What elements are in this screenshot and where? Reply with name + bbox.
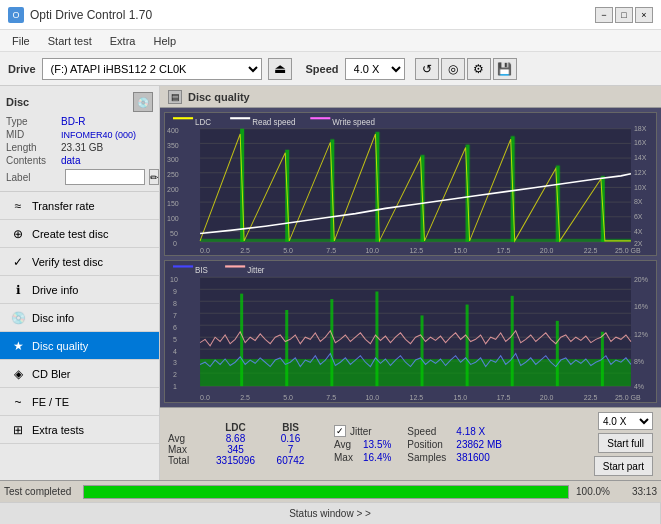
disc-quality-icon: ★	[10, 338, 26, 354]
disc-type-value: BD-R	[61, 116, 85, 127]
fe-te-icon: ~	[10, 394, 26, 410]
svg-text:25.0 GB: 25.0 GB	[615, 393, 641, 402]
menu-help[interactable]: Help	[145, 33, 184, 49]
nav-disc-quality[interactable]: ★ Disc quality	[0, 332, 159, 360]
settings-button[interactable]: ⚙	[467, 58, 491, 80]
jitter-avg-label: Avg	[334, 439, 359, 450]
menu-file[interactable]: File	[4, 33, 38, 49]
svg-text:8: 8	[173, 298, 177, 307]
stats-max-label: Max	[168, 444, 208, 455]
jitter-max-value: 16.4%	[363, 452, 391, 463]
svg-text:50: 50	[170, 229, 178, 237]
stats-avg-bis: 0.16	[263, 433, 318, 444]
disc-quality-title: Disc quality	[188, 91, 250, 103]
speed-row: Speed 4.18 X	[407, 426, 502, 437]
menu-extra[interactable]: Extra	[102, 33, 144, 49]
svg-text:300: 300	[167, 156, 179, 164]
nav-transfer-rate[interactable]: ≈ Transfer rate	[0, 192, 159, 220]
nav-extra-tests-label: Extra tests	[32, 424, 84, 436]
maximize-button[interactable]: □	[615, 7, 633, 23]
status-window-button[interactable]: Status window > >	[0, 503, 661, 524]
nav-drive-info[interactable]: ℹ Drive info	[0, 276, 159, 304]
disc-type-row: Type BD-R	[6, 116, 153, 127]
stats-empty-header	[168, 422, 208, 433]
progress-bar	[83, 485, 569, 499]
svg-text:17.5: 17.5	[497, 247, 511, 254]
svg-text:12.5: 12.5	[409, 247, 423, 254]
disc-type-label: Type	[6, 116, 61, 127]
disc-icon-btn[interactable]: 💿	[133, 92, 153, 112]
stats-total-bis: 60742	[263, 455, 318, 466]
samples-row: Samples 381600	[407, 452, 502, 463]
svg-rect-1	[173, 117, 193, 119]
svg-text:15.0: 15.0	[454, 247, 468, 254]
disc-quality-header: ▤ Disc quality	[160, 86, 661, 108]
svg-text:6: 6	[173, 322, 177, 331]
close-button[interactable]: ×	[635, 7, 653, 23]
svg-rect-35	[200, 239, 631, 242]
svg-text:2: 2	[173, 370, 177, 379]
minimize-button[interactable]: −	[595, 7, 613, 23]
charts-container: LDC Read speed Write speed	[160, 108, 661, 407]
speed-info-value: 4.18 X	[456, 426, 485, 437]
svg-rect-94	[511, 295, 514, 385]
svg-text:16X: 16X	[634, 139, 647, 147]
jitter-checkbox[interactable]: ✓	[334, 425, 346, 437]
menu-start-test[interactable]: Start test	[40, 33, 100, 49]
disc-section: Disc 💿 Type BD-R MID INFOMER40 (000) Len…	[0, 86, 159, 192]
svg-text:200: 200	[167, 185, 179, 193]
svg-text:0.0: 0.0	[200, 393, 210, 402]
start-part-button[interactable]: Start part	[594, 456, 653, 476]
svg-text:Jitter: Jitter	[247, 264, 265, 274]
svg-rect-89	[285, 309, 288, 385]
eject-button[interactable]: ⏏	[268, 58, 292, 80]
nav-verify-test-disc[interactable]: ✓ Verify test disc	[0, 248, 159, 276]
status-text: Test completed	[4, 486, 79, 497]
disc-label-row: Label ✏	[6, 169, 153, 185]
nav-extra-tests[interactable]: ⊞ Extra tests	[0, 416, 159, 444]
nav-fe-te[interactable]: ~ FE / TE	[0, 388, 159, 416]
scan-button[interactable]: ◎	[441, 58, 465, 80]
drive-info-icon: ℹ	[10, 282, 26, 298]
svg-text:10.0: 10.0	[365, 393, 379, 402]
nav-verify-test-disc-label: Verify test disc	[32, 256, 103, 268]
start-full-button[interactable]: Start full	[598, 433, 653, 453]
svg-text:12X: 12X	[634, 169, 647, 177]
disc-contents-row: Contents data	[6, 155, 153, 166]
position-row: Position 23862 MB	[407, 439, 502, 450]
test-speed-select[interactable]: 4.0 X	[598, 412, 653, 430]
drive-select[interactable]: (F:) ATAPI iHBS112 2 CL0K	[42, 58, 262, 80]
svg-text:6X: 6X	[634, 213, 643, 221]
svg-text:3: 3	[173, 358, 177, 367]
nav-cd-bler[interactable]: ◈ CD Bler	[0, 360, 159, 388]
svg-text:350: 350	[167, 141, 179, 149]
nav-create-test-disc[interactable]: ⊕ Create test disc	[0, 220, 159, 248]
svg-text:10X: 10X	[634, 183, 647, 191]
svg-text:12.5: 12.5	[409, 393, 423, 402]
svg-text:2.5: 2.5	[240, 393, 250, 402]
svg-text:4: 4	[173, 346, 177, 355]
speed-select[interactable]: 4.0 X	[345, 58, 405, 80]
nav-disc-info[interactable]: 💿 Disc info	[0, 304, 159, 332]
svg-rect-93	[466, 304, 469, 386]
stats-avg-ldc: 8.68	[208, 433, 263, 444]
svg-text:5.0: 5.0	[283, 393, 293, 402]
disc-contents-label: Contents	[6, 155, 61, 166]
cd-bler-icon: ◈	[10, 366, 26, 382]
disc-section-title: Disc	[6, 96, 29, 108]
stats-avg-label: Avg	[168, 433, 208, 444]
bottom-nav: Status window > >	[0, 502, 661, 524]
disc-label-input[interactable]	[65, 169, 145, 185]
sidebar: Disc 💿 Type BD-R MID INFOMER40 (000) Len…	[0, 86, 160, 480]
nav-drive-info-label: Drive info	[32, 284, 78, 296]
save-button[interactable]: 💾	[493, 58, 517, 80]
refresh-button[interactable]: ↺	[415, 58, 439, 80]
stats-table: LDC BIS Avg 8.68 0.16 Max 345 7 Total 33…	[168, 422, 318, 466]
stats-total-label: Total	[168, 455, 208, 466]
nav-transfer-rate-label: Transfer rate	[32, 200, 95, 212]
stats-max-bis: 7	[263, 444, 318, 455]
svg-text:20%: 20%	[634, 274, 648, 283]
speed-label: Speed	[306, 63, 339, 75]
disc-label-btn[interactable]: ✏	[149, 169, 159, 185]
svg-text:0.0: 0.0	[200, 247, 210, 254]
